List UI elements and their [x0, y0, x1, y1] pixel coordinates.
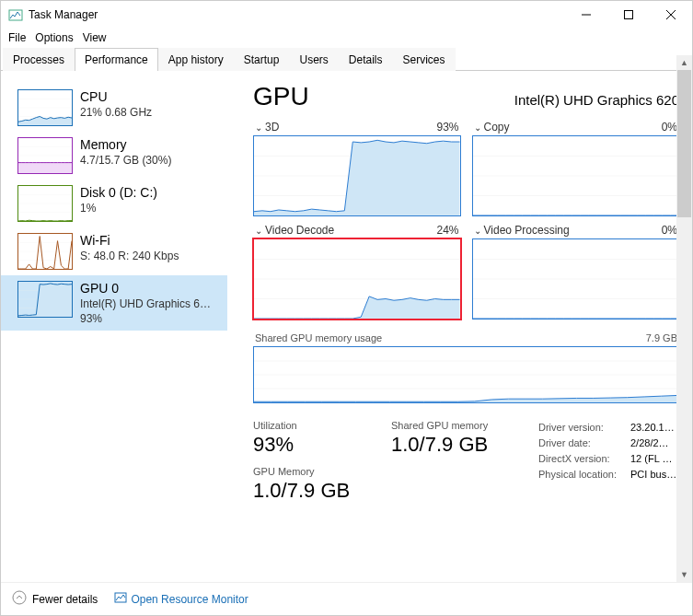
stat-value: 1.0/7.9 GB	[253, 479, 382, 503]
stat-label: GPU Memory	[253, 466, 382, 477]
svg-marker-12	[18, 163, 72, 173]
engine-name[interactable]: ⌄Video Decode	[255, 224, 334, 237]
sidebar-item-title: Disk 0 (D: C:)	[80, 185, 157, 200]
shared-mem-header: Shared GPU memory usage 7.9 GB	[253, 327, 679, 346]
sidebar-item-title: CPU	[80, 89, 152, 104]
tab-services[interactable]: Services	[393, 48, 456, 71]
sidebar-item-sub: 21% 0.68 GHz	[80, 106, 152, 119]
stat-value: 1.0/7.9 GB	[391, 433, 529, 457]
menu-view[interactable]: View	[81, 31, 109, 44]
kv-row: Driver version:23.20.1…	[538, 420, 686, 436]
sidebar-item-text: Memory 4.7/15.7 GB (30%)	[80, 137, 171, 167]
chevron-down-icon: ⌄	[255, 122, 262, 133]
minimize-button[interactable]	[565, 1, 607, 29]
window-title: Task Manager	[29, 8, 98, 21]
stat-col-shared: Shared GPU memory 1.0/7.9 GB	[391, 420, 529, 512]
engine-row-1: ⌄3D 93% ⌄Copy 0%	[253, 121, 679, 216]
sidebar-item-text: CPU 21% 0.68 GHz	[80, 89, 152, 119]
tab-strip: Processes Performance App history Startu…	[1, 47, 692, 71]
window-controls	[565, 1, 692, 29]
engine-chart-video-processing	[472, 238, 680, 320]
engine-name[interactable]: ⌄3D	[255, 121, 279, 134]
svg-rect-2	[625, 11, 633, 19]
engine-copy[interactable]: ⌄Copy 0%	[472, 121, 680, 216]
sidebar-item-sub2: 93%	[80, 312, 211, 325]
device-name: Intel(R) UHD Graphics 620	[514, 92, 679, 108]
stat-col-util: Utilization 93% GPU Memory 1.0/7.9 GB	[253, 420, 382, 512]
stat-value: 93%	[253, 433, 382, 457]
gpu-spark-chart	[17, 281, 73, 318]
svg-marker-23	[18, 284, 72, 317]
sidebar-item-cpu[interactable]: CPU 21% 0.68 GHz	[1, 84, 227, 132]
sidebar-item-gpu[interactable]: GPU 0 Intel(R) UHD Graphics 6… 93%	[1, 275, 227, 331]
tab-users[interactable]: Users	[289, 48, 338, 71]
engine-name[interactable]: ⌄Video Processing	[474, 224, 570, 237]
memory-spark-chart	[17, 137, 73, 174]
main-heading: GPU	[253, 82, 309, 111]
tab-app-history[interactable]: App history	[158, 48, 234, 71]
engine-header: ⌄Video Processing 0%	[472, 224, 680, 238]
tab-startup[interactable]: Startup	[234, 48, 290, 71]
chevron-down-icon: ⌄	[474, 122, 481, 133]
engine-chart-copy	[472, 135, 680, 216]
open-resource-monitor-label: Open Resource Monitor	[131, 593, 248, 606]
tab-processes[interactable]: Processes	[3, 48, 75, 71]
main-header: GPU Intel(R) UHD Graphics 620	[253, 82, 679, 111]
engine-video-decode[interactable]: ⌄Video Decode 24%	[253, 224, 461, 320]
engine-header: ⌄3D 93%	[253, 121, 461, 135]
tab-performance[interactable]: Performance	[75, 48, 158, 71]
engine-chart-3d	[253, 135, 461, 216]
engine-pct: 24%	[436, 224, 458, 237]
sidebar-item-sub: S: 48.0 R: 240 Kbps	[80, 250, 179, 262]
kv-row: Physical location:PCI bus…	[538, 467, 686, 482]
stat-label: Utilization	[253, 420, 382, 431]
engine-row-2: ⌄Video Decode 24% ⌄Video Processing 0%	[253, 224, 679, 320]
sidebar-item-memory[interactable]: Memory 4.7/15.7 GB (30%)	[1, 132, 227, 180]
disk-spark-chart	[17, 185, 73, 222]
scroll-down-icon[interactable]: ▼	[676, 567, 692, 582]
close-button[interactable]	[650, 1, 692, 29]
svg-rect-45	[115, 593, 126, 602]
shared-mem-max: 7.9 GB	[646, 332, 677, 343]
sidebar-item-title: Wi-Fi	[80, 233, 179, 248]
scroll-up-icon[interactable]: ▲	[676, 55, 692, 70]
maximize-button[interactable]	[607, 1, 650, 29]
svg-marker-27	[254, 140, 460, 215]
sidebar-item-sub: Intel(R) UHD Graphics 6…	[80, 297, 211, 310]
fewer-details-label: Fewer details	[32, 593, 98, 606]
sidebar: CPU 21% 0.68 GHz Memory 4.7/15.7 GB (30%…	[1, 71, 227, 587]
sidebar-item-title: Memory	[80, 137, 171, 152]
footer: Fewer details Open Resource Monitor	[1, 582, 692, 615]
stat-col-kv: Driver version:23.20.1… Driver date:2/28…	[538, 420, 686, 512]
engine-chart-video-decode	[253, 238, 461, 320]
chevron-up-circle-icon	[12, 590, 27, 608]
cpu-spark-chart	[17, 89, 73, 126]
kv-row: Driver date:2/28/2…	[538, 436, 686, 451]
engine-header: ⌄Copy 0%	[472, 121, 680, 135]
vertical-scrollbar[interactable]: ▲ ▼	[676, 55, 692, 582]
fewer-details-button[interactable]: Fewer details	[12, 590, 98, 608]
menu-file[interactable]: File	[6, 31, 28, 44]
scrollbar-thumb[interactable]	[677, 70, 691, 217]
engine-pct: 93%	[436, 121, 458, 134]
engine-header: ⌄Video Decode 24%	[253, 224, 461, 238]
chevron-down-icon: ⌄	[255, 226, 262, 236]
resource-monitor-icon	[114, 591, 127, 607]
sidebar-item-text: GPU 0 Intel(R) UHD Graphics 6… 93%	[80, 281, 211, 325]
shared-mem-chart	[253, 346, 679, 403]
engine-pct: 0%	[662, 121, 677, 134]
sidebar-item-text: Wi-Fi S: 48.0 R: 240 Kbps	[80, 233, 179, 262]
kv-row: DirectX version:12 (FL …	[538, 451, 686, 467]
sidebar-item-sub: 4.7/15.7 GB (30%)	[80, 154, 171, 167]
sidebar-item-disk[interactable]: Disk 0 (D: C:) 1%	[1, 180, 227, 227]
menu-options[interactable]: Options	[33, 31, 75, 44]
stat-label: Shared GPU memory	[391, 420, 529, 431]
tab-details[interactable]: Details	[339, 48, 393, 71]
engine-video-processing[interactable]: ⌄Video Processing 0%	[472, 224, 680, 320]
sidebar-item-wifi[interactable]: Wi-Fi S: 48.0 R: 240 Kbps	[1, 227, 227, 275]
sidebar-item-title: GPU 0	[80, 281, 211, 296]
engine-3d[interactable]: ⌄3D 93%	[253, 121, 461, 216]
open-resource-monitor-link[interactable]: Open Resource Monitor	[114, 591, 248, 607]
main-panel: GPU Intel(R) UHD Graphics 620 ⌄3D 93% ⌄C…	[227, 71, 692, 587]
engine-name[interactable]: ⌄Copy	[474, 121, 510, 134]
